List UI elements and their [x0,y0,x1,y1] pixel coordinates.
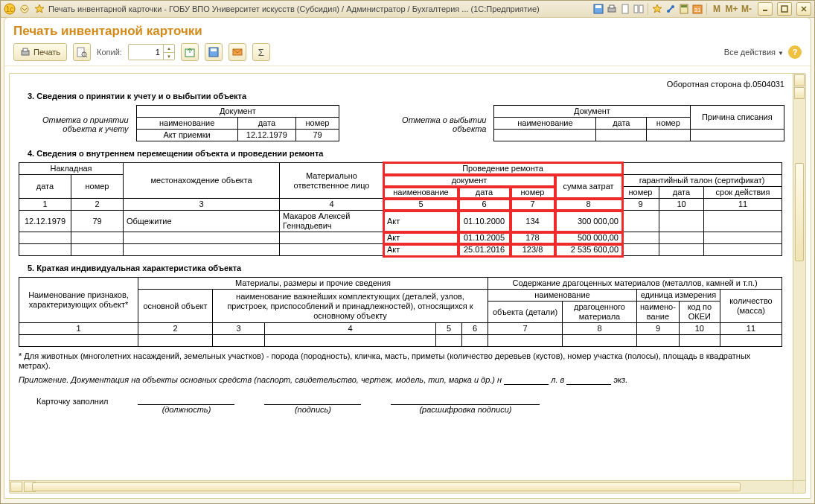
section5-title: 5. Краткая индивидуальная характеристика… [28,264,784,272]
scrollbar-vertical[interactable] [793,74,805,481]
close-button[interactable] [796,2,811,16]
export-button[interactable] [181,43,199,61]
save-disk-button[interactable] [205,43,223,61]
favorite-icon[interactable] [651,3,663,15]
chevron-down-icon: ▼ [778,50,784,57]
preview-button[interactable] [73,43,91,61]
copies-input[interactable] [129,48,163,57]
svg-rect-9 [639,5,643,13]
accept-table: Документ наименованиедатаномер Акт прием… [136,105,339,141]
mem-mplus[interactable]: M+ [725,3,738,15]
star-icon[interactable] [33,3,45,15]
form-side-note: Оборотная сторона ф.0504031 [19,80,784,89]
page: Печать инвентарной карточки Печать Копий… [4,17,811,499]
section4-title: 4. Сведения о внутреннем перемещении объ… [28,149,784,158]
page-title: Печать инвентарной карточки [13,24,802,39]
accept-caption: Отметка о принятииобъекта к учету [19,105,129,133]
minimize-button[interactable] [758,2,773,16]
svg-rect-7 [622,4,628,13]
app-window: 1c Печать инвентарной карточки - ГОБУ ВП… [0,0,815,504]
print-icon [20,47,31,57]
dispose-table: ДокументПричина списания наименованиедат… [493,105,784,141]
compare-icon[interactable] [633,3,645,15]
section4-table: Накладная местонахождение объекта Матери… [19,162,782,256]
svg-rect-27 [211,48,217,51]
print-button[interactable]: Печать [13,43,67,61]
svg-text:31: 31 [694,7,701,13]
svg-point-2 [21,5,28,13]
copies-label: Копий: [97,48,122,57]
sign-label: Карточку заполнил [36,392,108,414]
print-button-label: Печать [33,48,60,57]
scrollbar-horizontal[interactable] [10,480,793,493]
app-logo-icon: 1c [4,3,16,15]
svg-text:1c: 1c [6,5,14,13]
svg-point-11 [671,5,674,8]
mem-mminus[interactable]: M- [740,3,753,15]
mem-m[interactable]: M [710,3,723,15]
section3-title: 3. Сведения о принятии к учету и о выбыт… [28,92,784,101]
footnote-animals: * Для животных (многолетних насаждений, … [19,351,784,371]
svg-rect-21 [23,48,28,51]
doc-icon[interactable] [619,3,631,15]
copies-spin[interactable]: ▲▼ [128,44,175,60]
table-row: 12.12.1979 79 Общежитие Макаров Алексей … [19,211,782,232]
titlebar: 1c Печать инвентарной карточки - ГОБУ ВП… [1,1,814,18]
help-button[interactable]: ? [788,45,802,59]
sum-button[interactable]: Σ [252,43,270,61]
spin-down[interactable]: ▼ [164,53,174,60]
svg-rect-8 [634,5,638,13]
dropdown-icon[interactable] [19,3,31,15]
section5-table: Наименование признаков, характеризующих … [19,277,782,347]
calc-icon[interactable] [678,3,690,15]
svg-rect-13 [681,5,687,7]
maximize-button[interactable] [777,2,792,16]
signature-row: Карточку заполнил (должность) (подпись) … [36,392,784,414]
save-icon[interactable] [592,3,604,15]
link-icon[interactable] [665,3,677,15]
titlebar-tools: 31 M M+ M- [592,3,753,15]
doc-content: Оборотная сторона ф.0504031 3. Сведения … [10,74,793,481]
mail-button[interactable] [228,43,246,61]
svg-rect-6 [610,5,614,8]
svg-point-10 [667,10,670,13]
doc-viewport: Оборотная сторона ф.0504031 3. Сведения … [9,73,806,494]
table-row: Акт 01.10.2005 178 500 000,00 [19,232,782,244]
svg-rect-4 [595,5,601,8]
spin-up[interactable]: ▲ [164,45,174,53]
scroll-corner [793,480,805,493]
svg-line-24 [86,56,87,57]
calendar-icon[interactable]: 31 [691,3,703,15]
toolbar: Печать Копий: ▲▼ Σ Все действия ▼ ? [4,39,811,66]
svg-rect-17 [782,6,787,12]
table-row: Акт 25.01.2016 123/8 2 535 600,00 [19,244,782,256]
print-icon[interactable] [606,3,618,15]
window-title: Печать инвентарной карточки - ГОБУ ВПО У… [48,4,589,13]
all-actions-menu[interactable]: Все действия ▼ [724,48,784,57]
dispose-caption: Отметка о выбытииобъекта [369,105,486,133]
footnote-attachment: Приложение. Документация на объекты осно… [19,375,784,385]
